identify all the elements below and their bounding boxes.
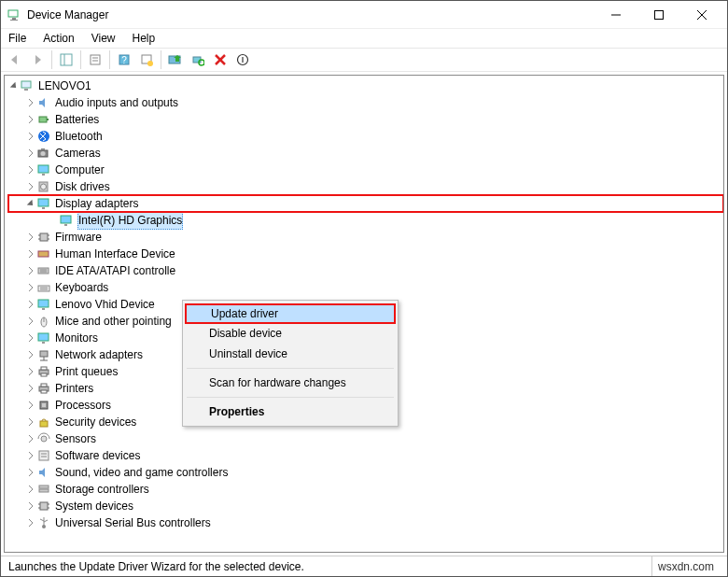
ctx-scan-hardware[interactable]: Scan for hardware changes <box>185 373 396 393</box>
menu-action[interactable]: Action <box>41 31 76 46</box>
chevron-icon[interactable] <box>25 349 36 360</box>
tree-category[interactable]: Sound, video and game controllers <box>8 464 723 481</box>
chevron-icon[interactable] <box>25 299 36 310</box>
status-text: Launches the Update Driver Wizard for th… <box>8 560 304 573</box>
chevron-icon[interactable] <box>25 400 36 411</box>
chevron-icon[interactable] <box>25 517 36 528</box>
close-button[interactable] <box>680 1 723 29</box>
chevron-icon[interactable] <box>25 467 36 478</box>
update-driver-button[interactable] <box>165 49 186 70</box>
svg-rect-68 <box>42 403 46 407</box>
minimize-button[interactable] <box>595 1 637 29</box>
chevron-icon[interactable] <box>25 248 36 260</box>
svg-rect-27 <box>47 119 49 120</box>
tree-category[interactable]: Batteries <box>8 111 723 128</box>
svg-rect-38 <box>61 216 71 223</box>
ctx-update-driver[interactable]: Update driver <box>185 303 396 324</box>
chevron-icon[interactable] <box>25 383 36 394</box>
chevron-down-icon[interactable] <box>8 80 20 91</box>
tree-category[interactable]: Display adapters <box>8 195 723 212</box>
chevron-icon[interactable] <box>25 198 36 209</box>
menu-help[interactable]: Help <box>131 31 158 46</box>
chevron-icon[interactable] <box>25 282 36 293</box>
chevron-icon[interactable] <box>25 433 36 444</box>
tree-category[interactable]: Computer <box>8 162 723 178</box>
ctx-uninstall-device[interactable]: Uninstall device <box>185 344 396 364</box>
root-label: LENOVO1 <box>38 77 91 94</box>
menu-file[interactable]: File <box>7 31 28 46</box>
svg-rect-7 <box>61 54 72 65</box>
svg-rect-46 <box>38 268 49 274</box>
svg-rect-53 <box>42 308 45 310</box>
hid-icon <box>36 246 51 261</box>
tree-category[interactable]: Universal Serial Bus controllers <box>8 514 723 531</box>
status-right: wsxdn.com <box>651 556 720 576</box>
tree-category[interactable]: Storage controllers <box>8 481 723 498</box>
tree-category[interactable]: Audio inputs and outputs <box>8 94 723 111</box>
chip-icon <box>36 230 51 245</box>
menu-view[interactable]: View <box>90 31 118 46</box>
svg-rect-52 <box>38 300 49 307</box>
category-label: Network adapters <box>55 346 143 363</box>
chevron-icon[interactable] <box>25 114 36 125</box>
maximize-button[interactable] <box>637 1 680 29</box>
chevron-icon[interactable] <box>25 484 36 495</box>
tree-category[interactable]: Bluetooth <box>8 128 723 145</box>
tree-category[interactable]: Disk drives <box>8 178 723 195</box>
uninstall-button[interactable] <box>210 49 231 70</box>
category-label: Disk drives <box>55 178 110 195</box>
tree-category[interactable]: Software devices <box>8 447 723 464</box>
category-label: Software devices <box>55 447 140 464</box>
chevron-icon[interactable] <box>25 232 36 243</box>
category-label: Monitors <box>55 330 98 346</box>
tree-category[interactable]: System devices <box>8 498 723 514</box>
tree-category[interactable]: Human Interface Device <box>8 246 723 262</box>
forward-button[interactable] <box>27 49 48 70</box>
help-button[interactable]: ? <box>114 49 134 70</box>
tree-root[interactable]: LENOVO1 <box>8 77 723 94</box>
svg-point-70 <box>41 436 47 442</box>
chevron-icon[interactable] <box>25 131 36 142</box>
chevron-icon[interactable] <box>25 416 36 428</box>
chevron-icon[interactable] <box>25 181 36 192</box>
svg-rect-31 <box>41 148 45 150</box>
menubar: File Action View Help <box>1 29 727 48</box>
tree-category[interactable]: Cameras <box>8 145 723 162</box>
action-button[interactable] <box>136 49 157 70</box>
category-label: Lenovo Vhid Device <box>55 296 155 313</box>
tree-category[interactable]: IDE ATA/ATAPI controlle <box>8 262 723 279</box>
tree-category[interactable]: Keyboards <box>8 279 723 296</box>
chevron-icon[interactable] <box>25 164 36 176</box>
scan-hardware-button[interactable] <box>188 49 208 70</box>
tree-device[interactable]: Intel(R) HD Graphics <box>8 212 723 229</box>
svg-rect-75 <box>39 486 49 488</box>
separator <box>109 50 110 69</box>
software-icon <box>36 448 51 463</box>
tree-category[interactable]: Firmware <box>8 229 723 246</box>
chevron-icon[interactable] <box>25 366 36 377</box>
chevron-icon[interactable] <box>25 148 36 159</box>
category-label: Mice and other pointing <box>55 313 172 330</box>
chevron-icon[interactable] <box>25 500 36 512</box>
chevron-icon[interactable] <box>25 265 36 276</box>
sensor-icon <box>36 431 51 446</box>
svg-marker-25 <box>39 98 45 107</box>
separator <box>187 368 394 369</box>
category-label: IDE ATA/ATAPI controlle <box>55 262 175 279</box>
svg-rect-45 <box>38 251 49 257</box>
back-button[interactable] <box>5 49 25 70</box>
show-hide-tree-button[interactable] <box>56 49 77 70</box>
tree-category[interactable]: Sensors <box>8 430 723 447</box>
properties-button[interactable] <box>85 49 105 70</box>
ctx-properties[interactable]: Properties <box>185 401 396 422</box>
chevron-icon[interactable] <box>25 450 36 461</box>
disable-button[interactable] <box>232 49 253 70</box>
category-label: Firmware <box>55 229 102 246</box>
disk-icon <box>36 179 51 194</box>
ctx-disable-device[interactable]: Disable device <box>185 323 396 344</box>
svg-rect-77 <box>40 502 48 510</box>
chevron-icon[interactable] <box>25 316 36 327</box>
svg-rect-62 <box>41 367 47 370</box>
chevron-icon[interactable] <box>25 97 36 108</box>
chevron-icon[interactable] <box>25 332 36 344</box>
